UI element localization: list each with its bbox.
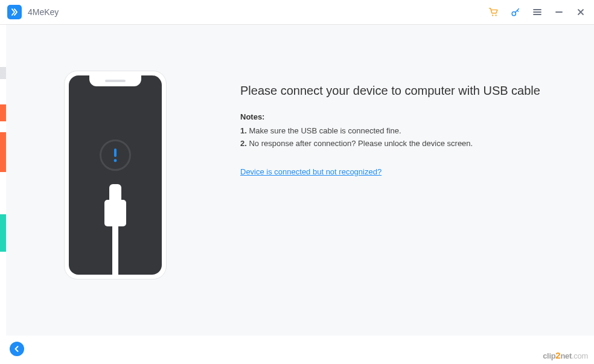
- minimize-icon[interactable]: [553, 6, 565, 18]
- phone-notch: [89, 75, 141, 86]
- note-item: 2. No response after connection? Please …: [240, 138, 558, 150]
- left-edge-decorations: [0, 25, 5, 364]
- note-item: 1. Make sure the USB cable is connected …: [240, 125, 558, 138]
- alert-icon: [100, 139, 131, 171]
- phone-screen: [69, 75, 162, 275]
- svg-rect-3: [114, 148, 117, 157]
- back-button[interactable]: [10, 342, 24, 356]
- titlebar-actions: [488, 6, 587, 18]
- cart-icon[interactable]: [488, 6, 500, 18]
- menu-icon[interactable]: [531, 6, 543, 18]
- app-logo: [7, 5, 22, 19]
- device-illustration: [64, 71, 170, 336]
- svg-point-0: [492, 14, 493, 16]
- phone-speaker: [105, 80, 126, 82]
- titlebar: 4MeKey: [0, 0, 594, 25]
- main-area: Please connect your device to computer w…: [6, 25, 594, 336]
- content-panel: Please connect your device to computer w…: [170, 71, 558, 336]
- close-icon[interactable]: [575, 6, 587, 18]
- svg-point-1: [495, 14, 496, 16]
- footer: clip2net.com: [0, 336, 594, 364]
- svg-point-4: [114, 159, 117, 162]
- note-number: 2.: [240, 139, 247, 148]
- phone-frame: [64, 71, 167, 279]
- watermark: clip2net.com: [543, 350, 588, 360]
- app-title: 4MeKey: [28, 7, 59, 17]
- key-icon[interactable]: [509, 6, 522, 18]
- usb-cable-icon: [102, 184, 129, 275]
- watermark-pre: clip: [543, 351, 555, 360]
- note-text: Make sure the USB cable is connected fin…: [247, 126, 401, 135]
- page-heading: Please connect your device to computer w…: [240, 84, 558, 98]
- note-text: No response after connection? Please unl…: [247, 139, 473, 148]
- help-link[interactable]: Device is connected but not recognized?: [240, 167, 382, 176]
- notes-label: Notes:: [240, 112, 558, 121]
- note-number: 1.: [240, 126, 247, 135]
- watermark-post: net: [560, 351, 572, 360]
- watermark-tld: .com: [572, 351, 588, 360]
